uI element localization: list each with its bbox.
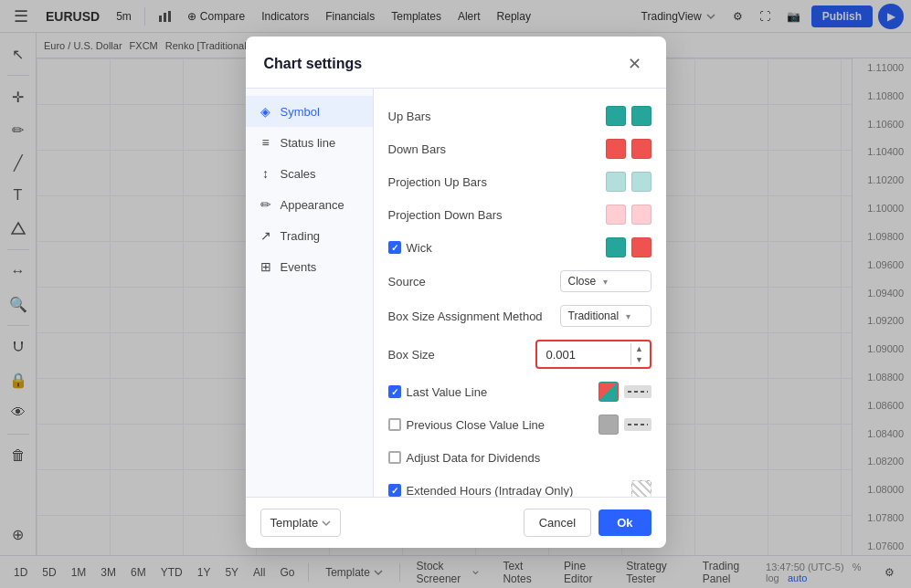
box-size-method-value: Traditional xyxy=(568,310,620,322)
modal-overlay: Chart settings ✕ ◈Symbol≡Status line↕Sca… xyxy=(0,0,911,588)
up-bars-color1-swatch[interactable] xyxy=(606,106,626,126)
prev-close-checkbox-row: Previous Close Value Line xyxy=(388,418,546,432)
adjust-dividends-row: Adjust Data for Dividends xyxy=(388,441,651,474)
extended-hours-label: Extended Hours (Intraday Only) xyxy=(407,484,574,498)
down-bars-row: Down Bars xyxy=(388,132,651,165)
extended-hours-row: ✓ Extended Hours (Intraday Only) xyxy=(388,474,651,497)
nav-label-events: Events xyxy=(281,260,317,274)
box-size-method-select[interactable]: Traditional ▾ xyxy=(560,305,651,327)
nav-label-appearance: Appearance xyxy=(281,198,344,212)
proj-up-color2-swatch[interactable] xyxy=(631,172,651,192)
last-value-line-checkbox[interactable]: ✓ xyxy=(388,385,401,398)
proj-down-color2-swatch[interactable] xyxy=(631,205,651,225)
proj-up-bars-row: Projection Up Bars xyxy=(388,165,651,198)
line-dash-preview xyxy=(628,391,648,393)
proj-up-color1-swatch[interactable] xyxy=(606,172,626,192)
up-bars-color2-swatch[interactable] xyxy=(631,106,651,126)
last-value-checkbox-row: ✓ Last Value Line xyxy=(388,385,488,399)
adjust-dividends-checkbox-row: Adjust Data for Dividends xyxy=(388,451,541,465)
template-button-label: Template xyxy=(270,516,319,530)
dialog-nav-item-status_line[interactable]: ≡Status line xyxy=(246,127,373,158)
prev-close-line-preview[interactable] xyxy=(624,418,651,431)
last-value-line-label: Last Value Line xyxy=(407,385,488,399)
source-value: Close xyxy=(568,275,597,288)
ok-button[interactable]: Ok xyxy=(599,509,651,536)
box-size-input-wrapper: ▲ ▼ xyxy=(535,340,651,369)
up-bars-controls xyxy=(606,106,651,126)
nav-icon-symbol: ◈ xyxy=(259,104,273,119)
prev-close-row: Previous Close Value Line xyxy=(388,408,651,441)
source-chevron-icon: ▾ xyxy=(603,277,608,287)
source-label: Source xyxy=(388,275,426,289)
prev-close-line-checkbox[interactable] xyxy=(388,418,401,431)
down-bars-label: Down Bars xyxy=(388,142,447,156)
dialog-nav-item-scales[interactable]: ↕Scales xyxy=(246,158,373,189)
proj-up-bars-controls xyxy=(606,172,651,192)
last-value-line-controls xyxy=(599,382,651,402)
prev-close-line-label: Previous Close Value Line xyxy=(407,418,546,432)
extended-hours-pattern-swatch[interactable] xyxy=(631,480,651,497)
proj-down-bars-controls xyxy=(606,205,651,225)
last-value-line-preview[interactable] xyxy=(624,385,651,398)
wick-checkbox[interactable]: ✓ xyxy=(388,241,401,254)
dialog-close-button[interactable]: ✕ xyxy=(622,51,648,77)
template-button[interactable]: Template xyxy=(260,509,342,537)
dialog-nav-item-symbol[interactable]: ◈Symbol xyxy=(246,96,373,127)
dialog-nav-item-trading[interactable]: ↗Trading xyxy=(246,220,373,251)
nav-label-status_line: Status line xyxy=(281,136,336,150)
dialog-body: ◈Symbol≡Status line↕Scales✏Appearance↗Tr… xyxy=(246,89,666,497)
prev-close-dash xyxy=(628,424,648,425)
box-size-decrement-button[interactable]: ▼ xyxy=(631,354,648,365)
nav-label-symbol: Symbol xyxy=(281,105,320,119)
last-value-line-checkmark: ✓ xyxy=(391,387,398,397)
box-size-spinners: ▲ ▼ xyxy=(630,343,648,365)
down-bars-color1-swatch[interactable] xyxy=(606,139,626,159)
box-size-input-container: ▲ ▼ xyxy=(539,343,648,365)
wick-checkbox-row: ✓ Wick xyxy=(388,241,432,255)
box-size-increment-button[interactable]: ▲ xyxy=(631,343,648,354)
adjust-dividends-label: Adjust Data for Dividends xyxy=(407,451,541,465)
box-size-label: Box Size xyxy=(388,348,435,362)
up-bars-label: Up Bars xyxy=(388,110,431,123)
dialog-footer: Template Cancel Ok xyxy=(246,497,666,548)
dialog-nav: ◈Symbol≡Status line↕Scales✏Appearance↗Tr… xyxy=(246,89,374,497)
dialog-title: Chart settings xyxy=(264,56,363,72)
chart-settings-dialog: Chart settings ✕ ◈Symbol≡Status line↕Sca… xyxy=(246,37,666,548)
extended-hours-checkbox[interactable]: ✓ xyxy=(388,484,401,497)
adjust-dividends-checkbox[interactable] xyxy=(388,451,401,464)
nav-icon-scales: ↕ xyxy=(259,166,273,181)
prev-close-controls xyxy=(599,415,651,435)
source-row: Source Close ▾ xyxy=(388,264,651,299)
up-bars-row: Up Bars xyxy=(388,100,651,132)
wick-color1-swatch[interactable] xyxy=(606,237,626,257)
prev-close-color-swatch[interactable] xyxy=(599,415,619,435)
last-value-color-swatch[interactable] xyxy=(599,382,619,402)
box-size-method-label: Box Size Assignment Method xyxy=(388,310,543,323)
dialog-content: Up Bars Down Bars Projection xyxy=(374,89,666,497)
proj-down-bars-label: Projection Down Bars xyxy=(388,208,503,222)
last-value-line-row: ✓ Last Value Line xyxy=(388,375,651,408)
down-bars-controls xyxy=(606,139,651,159)
nav-icon-trading: ↗ xyxy=(259,228,273,243)
nav-icon-events: ⊞ xyxy=(259,259,273,274)
wick-controls xyxy=(606,237,651,257)
nav-icon-appearance: ✏ xyxy=(259,197,273,212)
nav-label-trading: Trading xyxy=(281,229,321,243)
cancel-button[interactable]: Cancel xyxy=(524,509,591,537)
nav-icon-status_line: ≡ xyxy=(259,135,273,150)
down-bars-color2-swatch[interactable] xyxy=(631,139,651,159)
extended-hours-checkmark: ✓ xyxy=(391,486,398,496)
proj-down-color1-swatch[interactable] xyxy=(606,205,626,225)
box-size-method-row: Box Size Assignment Method Traditional ▾ xyxy=(388,299,651,333)
template-chevron-icon xyxy=(322,519,331,528)
wick-checkmark: ✓ xyxy=(391,243,398,253)
nav-label-scales: Scales xyxy=(281,167,316,181)
wick-color2-swatch[interactable] xyxy=(631,237,651,257)
source-select[interactable]: Close ▾ xyxy=(560,270,651,292)
wick-row: ✓ Wick xyxy=(388,231,651,264)
extended-hours-checkbox-row: ✓ Extended Hours (Intraday Only) xyxy=(388,484,574,498)
dialog-nav-item-appearance[interactable]: ✏Appearance xyxy=(246,189,373,220)
dialog-header: Chart settings ✕ xyxy=(246,37,666,89)
box-size-field[interactable] xyxy=(539,344,630,365)
dialog-nav-item-events[interactable]: ⊞Events xyxy=(246,251,373,282)
